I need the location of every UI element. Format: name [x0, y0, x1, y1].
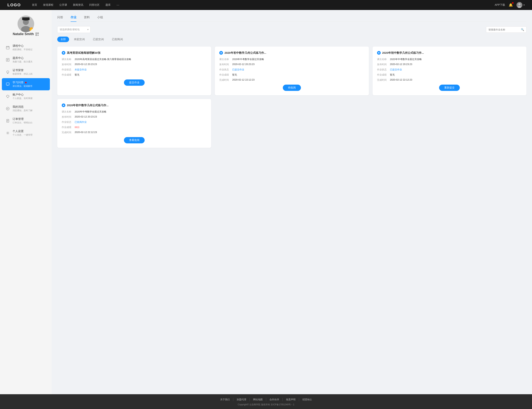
status-tab-all[interactable]: 全部: [57, 37, 69, 42]
card-field-score-1: 作业成绩 暂无: [62, 73, 207, 76]
card-field-complete-2: 完成时间 2020-02-12 22:12:23: [219, 78, 364, 82]
submit-homework-button[interactable]: 提交作业: [124, 79, 145, 86]
diamond-icon: [6, 94, 10, 99]
homework-grid: 高考英语试卷阅读理解30张 课次名称 2020年高考英语全面过关攻略-第六期零基…: [57, 46, 526, 148]
sidebar-item-qa[interactable]: 学习问答 课后重温、疑难解答: [2, 78, 50, 90]
footer-copyright: Copyright© 云朵商学院 版权所有 京ICP备17051340号－1: [7, 403, 525, 406]
tab-homework[interactable]: 作业: [71, 16, 76, 22]
sidebar-text-messages: 我的消息 消息通知、及时了解: [13, 105, 33, 112]
footer-link-recruit[interactable]: 招贤纳士: [299, 398, 315, 401]
dropdown-placeholder: 请选择课程/课程包: [60, 28, 80, 31]
svg-rect-11: [38, 33, 38, 33]
chevron-down-icon: ▾: [523, 4, 525, 6]
tab-qa[interactable]: 问答: [57, 16, 63, 22]
card-field-time-4: 发布时间 2020-02-12 20:23:23: [62, 115, 207, 119]
svg-point-1: [518, 3, 521, 5]
homework-card-1: 高考英语试卷阅读理解30张 课次名称 2020年高考英语全面过关攻略-第六期零基…: [57, 46, 211, 95]
sidebar-label-settings: 个人设置: [13, 130, 33, 133]
nav-question-bank[interactable]: 题库: [105, 3, 111, 7]
nav-home[interactable]: 首页: [32, 3, 37, 7]
footer-link-partner[interactable]: 合作伙伴: [266, 398, 283, 401]
view-review-button[interactable]: 查看批阅: [124, 137, 145, 143]
dropdown-arrow-icon: ▾: [87, 28, 89, 31]
sidebar-item-account[interactable]: 账户中心 个人权益、实时掌握: [0, 90, 52, 102]
search-input[interactable]: [488, 28, 519, 31]
card-field-complete-4: 完成时间 2020-02-12 22:12:23: [62, 131, 207, 134]
svg-rect-17: [6, 46, 9, 49]
card-title-1: 高考英语试卷阅读理解30张: [62, 51, 207, 55]
footer-link-about[interactable]: 关于我们: [217, 398, 233, 401]
homework-badge-1: [62, 51, 65, 55]
profile-section: ⭐ Natalie Smith: [13, 16, 39, 36]
footer-links: 关于我们 加盟代理 网站地图 合作伙伴 免责声明 招贤纳士: [7, 398, 525, 401]
sidebar-sub-account: 个人权益、实时掌握: [13, 97, 33, 100]
sidebar-text-qa: 学习问答 课后重温、疑难解答: [13, 81, 33, 88]
logo: LOGO: [7, 3, 21, 7]
badge-icon: [6, 70, 10, 74]
resubmit-button[interactable]: 重新提交: [439, 85, 460, 91]
card-field-time-1: 发布时间 2020-02-12 20:23:23: [62, 63, 207, 66]
calendar-icon: [6, 46, 10, 50]
tab-materials[interactable]: 资料: [84, 16, 90, 22]
card-field-score-3: 作业成绩 暂无: [377, 73, 522, 76]
sidebar-text-course: 课程中心 精彩课程、不容错过: [13, 44, 33, 51]
sidebar-sub-qa: 课后重温、疑难解答: [13, 85, 33, 88]
card-title-4: 2020年初中数学几何公式练习作...: [62, 103, 207, 107]
user-avatar-wrapper[interactable]: ▾: [516, 2, 525, 8]
card-field-complete-3: 完成时间 2020-02-12 22:12:23: [377, 78, 522, 82]
footer: 关于我们 加盟代理 网站地图 合作伙伴 免责声明 招贤纳士 Copyright©…: [0, 394, 532, 409]
notification-bell[interactable]: 🔔: [509, 3, 513, 7]
tab-group[interactable]: 小组: [97, 16, 103, 22]
sidebar-item-certificate[interactable]: 证书荣誉 收获荣誉、持证上岗: [0, 66, 52, 78]
document-icon: [6, 119, 10, 123]
sidebar-item-settings[interactable]: 个人设置 个人信息、一键管理: [0, 127, 52, 139]
card-field-status-4: 作业状态 已批阅作业: [62, 121, 207, 124]
status-tab-submitted[interactable]: 已提交(4): [90, 37, 107, 42]
sidebar-item-orders[interactable]: 订单管理 订单支出、明明白白: [0, 115, 52, 127]
sidebar-item-course[interactable]: 课程中心 精彩课程、不容错过: [0, 42, 52, 54]
status-tab-not-submitted[interactable]: 未提交(4): [71, 37, 88, 42]
homework-badge-2: [219, 51, 223, 55]
list-icon: [6, 58, 10, 62]
filters-row: 请选择课程/课程包 ▾ 🔍: [57, 26, 526, 33]
svg-point-25: [7, 71, 9, 73]
header-avatar: [516, 2, 523, 8]
svg-rect-13: [36, 35, 37, 35]
search-box: 🔍: [486, 27, 526, 33]
app-download-link[interactable]: APP下载: [495, 3, 505, 7]
sidebar-sub-certificate: 收获荣誉、持证上岗: [13, 72, 33, 75]
card-field-time-3: 发布时间 2020-02-12 20:23:23: [377, 63, 522, 66]
sidebar-text-account: 账户中心 个人权益、实时掌握: [13, 93, 33, 100]
nav-discover[interactable]: 发现课程: [43, 3, 53, 7]
qa-notification-dot: [25, 82, 27, 83]
profile-avatar: ⭐: [18, 16, 34, 32]
main-tabs: 问答 作业 资料 小组: [57, 16, 526, 22]
nav-news[interactable]: 新闻资讯: [73, 3, 83, 7]
search-icon: 🔍: [521, 28, 524, 31]
profile-badge: ⭐: [29, 27, 33, 31]
footer-link-franchise[interactable]: 加盟代理: [233, 398, 250, 401]
notification-badge: [512, 2, 514, 4]
card-field-status-3: 作业状态 已提交作业: [377, 68, 522, 71]
sidebar-label-course: 课程中心: [13, 44, 33, 48]
gear-icon: [6, 131, 10, 135]
footer-link-sitemap[interactable]: 网站地图: [250, 398, 266, 401]
sidebar-item-messages[interactable]: 我的消息 消息通知、及时了解: [0, 102, 52, 115]
chat-icon: [6, 82, 10, 86]
footer-link-disclaimer[interactable]: 免责声明: [283, 398, 299, 401]
card-field-time-2: 发布时间 2020-02-12 20:23:23: [219, 63, 364, 66]
sidebar-sub-qbank: 海量习题、助力通关: [13, 60, 33, 63]
pending-review-button[interactable]: 待批阅: [283, 85, 301, 91]
nav-more-icon[interactable]: ···: [117, 3, 119, 7]
sidebar-item-qbank[interactable]: 题库中心 海量习题、助力通关: [0, 54, 52, 66]
status-tab-reviewed[interactable]: 已批阅(4): [109, 37, 126, 42]
course-dropdown[interactable]: 请选择课程/课程包 ▾: [57, 26, 91, 33]
card-title-3: 2020年初中数学几何公式练习作...: [377, 51, 522, 55]
qr-code-icon[interactable]: [35, 32, 39, 36]
card-title-2: 2020年初中数学几何公式练习作...: [219, 51, 364, 55]
sidebar-text-settings: 个人设置 个人信息、一键管理: [13, 130, 33, 137]
homework-card-3: 2020年初中数学几何公式练习作... 课次名称 2020年中考数学全面过关攻略…: [373, 46, 526, 95]
nav-public[interactable]: 公开课: [59, 3, 67, 7]
nav-qa[interactable]: 问答社区: [89, 3, 100, 7]
sidebar-label-messages: 我的消息: [13, 105, 33, 109]
